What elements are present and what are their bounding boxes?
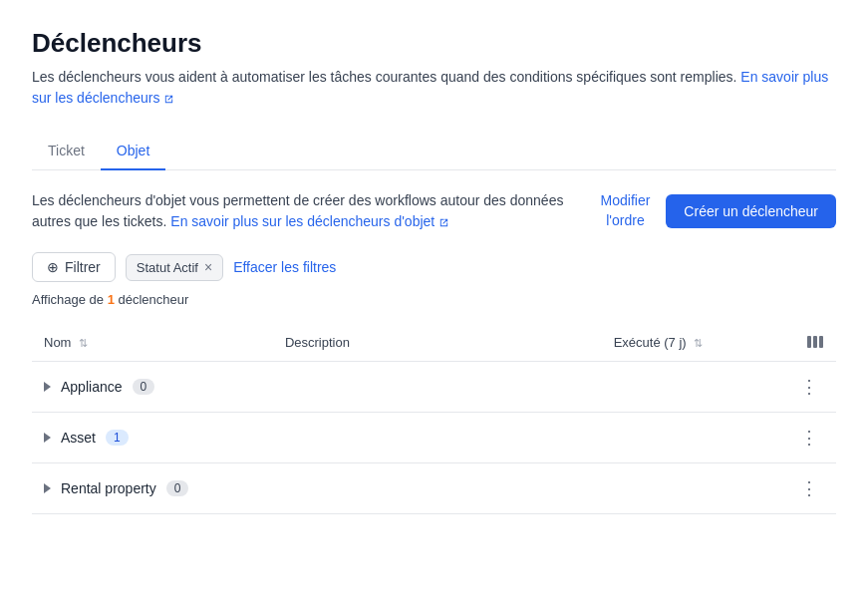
sort-executed-icon[interactable]: ⇅ (694, 337, 703, 350)
table-body: Appliance 0 ⋮ Asset (32, 362, 836, 514)
row-count-badge: 0 (133, 379, 155, 395)
row-description-cell (273, 362, 602, 413)
active-filter-label: Statut Actif (137, 260, 198, 275)
row-description-cell (273, 413, 602, 463)
filter-button[interactable]: ⊕ Filtrer (32, 252, 116, 282)
header-actions: Modifierl'ordre Créer un déclencheur (601, 191, 836, 230)
filter-row: ⊕ Filtrer Statut Actif × Effacer les fil… (32, 252, 836, 282)
triggers-table: Nom ⇅ Description Exécuté (7 j) ⇅ (32, 323, 836, 514)
row-expand-button[interactable] (44, 382, 51, 392)
tab-ticket[interactable]: Ticket (32, 133, 101, 170)
chevron-right-icon (44, 433, 51, 443)
filter-button-label: Filtrer (65, 259, 101, 275)
columns-settings-button[interactable] (789, 333, 824, 351)
page-title: Déclencheurs (32, 28, 836, 59)
modifier-ordre-button[interactable]: Modifierl'ordre (601, 191, 651, 230)
create-trigger-button[interactable]: Créer un déclencheur (666, 194, 836, 228)
learn-more-link[interactable]: En savoir plus sur les déclencheurs (32, 69, 828, 106)
clear-filters-button[interactable]: Effacer les filtres (233, 259, 336, 275)
object-learn-more-link[interactable]: En savoir plus sur les déclencheurs d'ob… (170, 213, 449, 229)
svg-rect-1 (813, 336, 817, 348)
svg-rect-0 (807, 336, 811, 348)
object-description: Les déclencheurs d'objet vous permettent… (32, 190, 590, 232)
row-executed-cell (602, 362, 777, 413)
row-name-text: Asset (61, 430, 96, 446)
columns-icon-svg (806, 333, 824, 351)
row-expand-button[interactable] (44, 433, 51, 443)
col-header-executed: Exécuté (7 j) ⇅ (602, 323, 777, 362)
row-menu-button[interactable]: ⋮ (794, 475, 824, 501)
table-header: Nom ⇅ Description Exécuté (7 j) ⇅ (32, 323, 836, 362)
filter-icon: ⊕ (47, 259, 59, 275)
main-container: Déclencheurs Les déclencheurs vous aiden… (0, 0, 868, 542)
chevron-right-icon (44, 382, 51, 392)
table-row: Rental property 0 ⋮ (32, 463, 836, 514)
col-header-actions (777, 323, 836, 362)
col-header-name: Nom ⇅ (32, 323, 273, 362)
row-name-text: Appliance (61, 379, 123, 395)
table-row: Asset 1 ⋮ (32, 413, 836, 463)
row-count-badge: 0 (166, 480, 189, 496)
table-row: Appliance 0 ⋮ (32, 362, 836, 413)
row-actions-cell: ⋮ (777, 463, 836, 514)
row-name-cell: Rental property 0 (32, 463, 273, 514)
sort-name-icon[interactable]: ⇅ (79, 337, 88, 350)
row-name-text: Rental property (61, 480, 156, 496)
row-description-cell (273, 463, 602, 514)
svg-rect-2 (819, 336, 823, 348)
remove-filter-button[interactable]: × (204, 260, 212, 274)
row-expand-button[interactable] (44, 483, 51, 493)
row-menu-button[interactable]: ⋮ (794, 425, 824, 451)
row-menu-button[interactable]: ⋮ (794, 374, 824, 400)
row-count-badge: 1 (106, 430, 129, 446)
col-header-description: Description (273, 323, 602, 362)
row-executed-cell (602, 413, 777, 463)
results-count: Affichage de 1 déclencheur (32, 292, 836, 307)
tab-objet[interactable]: Objet (101, 133, 165, 170)
page-description: Les déclencheurs vous aident à automatis… (32, 67, 836, 109)
active-filter-badge: Statut Actif × (126, 254, 223, 281)
object-section-header: Les déclencheurs d'objet vous permettent… (32, 190, 836, 232)
chevron-right-icon (44, 483, 51, 493)
row-executed-cell (602, 463, 777, 514)
row-actions-cell: ⋮ (777, 362, 836, 413)
row-actions-cell: ⋮ (777, 413, 836, 463)
row-name-cell: Asset 1 (32, 413, 273, 463)
tabs-nav: Ticket Objet (32, 133, 836, 170)
row-name-cell: Appliance 0 (32, 362, 273, 413)
